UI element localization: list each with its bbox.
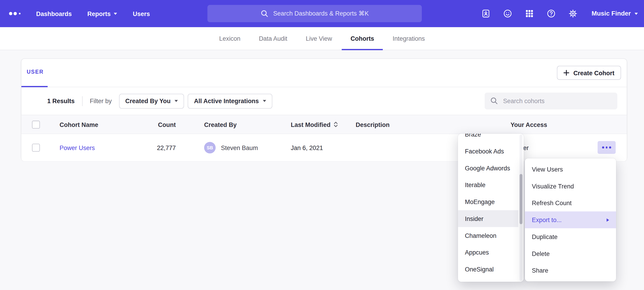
mixpanel-logo-icon[interactable] [9,12,20,15]
tab-integrations[interactable]: Integrations [392,27,425,50]
sort-icon [334,121,338,128]
avatar: SB [204,142,216,153]
submenu-arrow-icon [606,218,609,221]
contact-book-icon[interactable] [481,9,491,19]
menu-item-braze[interactable]: Braze [458,134,518,143]
app-viewport: Dashboards Reports Users Search Dashboar… [0,0,644,290]
menu-item-google-adwords[interactable]: Google Adwords [458,160,518,177]
cohort-name-link[interactable]: Power Users [60,144,95,151]
last-modified-date: Jan 6, 2021 [291,144,323,151]
menu-scrollbar-thumb[interactable] [520,174,522,224]
project-name: Music Finder [592,10,631,17]
tab-user-cohorts[interactable]: USER [27,69,44,75]
ellipsis-icon [602,147,604,149]
tab-data-audit[interactable]: Data Audit [259,27,287,50]
col-header-count: Count [132,121,176,128]
apps-grid-icon[interactable] [524,9,534,19]
project-selector[interactable]: Music Finder [592,10,638,17]
chevron-down-icon [175,100,178,102]
chevron-down-icon [263,100,266,102]
filter-row: 1 Results Filter by Created By You All A… [22,87,627,115]
nav-users[interactable]: Users [133,10,150,17]
divider [82,96,82,106]
global-search-input[interactable]: Search Dashboards & Reports ⌘K [207,5,422,22]
table-header-row: Cohort Name Count Created By Last Modifi… [22,115,627,134]
create-cohort-label: Create Cohort [574,69,614,76]
integrations-filter-dropdown[interactable]: All Active Integrations [188,94,272,108]
cohort-search-container [484,93,617,109]
table-row: Power Users 22,777 SB Steven Baum Jan 6,… [22,134,627,161]
cohort-search-input[interactable] [484,93,617,109]
creator-name: Steven Baum [221,144,258,151]
menu-item-view-users[interactable]: View Users [525,161,616,178]
menu-item-delete[interactable]: Delete [525,245,616,262]
cohorts-card-header: USER Create Cohort [22,59,627,87]
menu-item-export-to[interactable]: Export to... [525,211,616,228]
tab-lexicon[interactable]: Lexicon [219,27,240,50]
tab-label: Integrations [392,35,425,42]
menu-item-share[interactable]: Share [525,262,616,279]
menu-item-moengage[interactable]: MoEngage [458,193,518,210]
cohorts-card: USER Create Cohort 1 Results Filter by C… [22,59,627,160]
export-destinations-menu: Braze Facebook Ads Google Adwords Iterab… [458,134,524,282]
nav-reports-label: Reports [88,10,111,17]
created-by-filter-value: Created By You [125,97,170,104]
top-navbar: Dashboards Reports Users Search Dashboar… [0,0,644,27]
tab-label: Live View [306,35,332,42]
navbar-right: Music Finder [481,0,638,27]
nav-dashboards-label: Dashboards [36,10,72,17]
tab-cohorts[interactable]: Cohorts [350,27,374,50]
results-count: 1 Results [47,97,75,104]
integrations-filter-value: All Active Integrations [194,97,259,104]
menu-item-visualize-trend[interactable]: Visualize Trend [525,178,616,195]
nav-users-label: Users [133,10,150,17]
tab-live-view[interactable]: Live View [306,27,332,50]
col-header-your-access: Your Access [510,121,547,128]
chevron-down-icon [114,13,117,15]
created-by-filter-dropdown[interactable]: Created By You [119,94,184,108]
nav-dashboards[interactable]: Dashboards [36,10,72,17]
tab-label: Data Audit [259,35,287,42]
row-checkbox[interactable] [32,144,40,152]
search-icon [260,9,269,18]
cohort-count: 22,777 [132,144,176,151]
col-header-last-modified[interactable]: Last Modified [291,121,338,128]
menu-item-refresh-count[interactable]: Refresh Count [525,195,616,212]
tab-label: Cohorts [350,35,374,42]
feedback-smiley-icon[interactable] [503,9,513,19]
help-icon[interactable] [546,9,556,19]
col-header-cohort-name: Cohort Name [60,121,98,128]
chevron-down-icon [635,13,638,15]
section-tabbar: Lexicon Data Audit Live View Cohorts Int… [0,27,644,50]
col-header-description: Description [356,121,389,128]
tab-label: Lexicon [219,35,240,42]
row-actions-button[interactable] [598,141,616,154]
nav-reports[interactable]: Reports [88,10,118,17]
select-all-checkbox[interactable] [32,120,40,128]
navbar-left: Dashboards Reports Users [9,0,150,27]
menu-item-appcues[interactable]: Appcues [458,244,518,261]
create-cohort-button[interactable]: Create Cohort [557,66,621,80]
menu-item-iterable[interactable]: Iterable [458,177,518,194]
created-by-cell: SB Steven Baum [204,142,258,153]
menu-item-insider[interactable]: Insider [458,210,518,227]
filter-by-label: Filter by [90,97,112,104]
settings-gear-icon[interactable] [568,9,578,19]
menu-item-facebook-ads[interactable]: Facebook Ads [458,143,518,160]
col-header-created-by: Created By [204,121,236,128]
global-search-placeholder: Search Dashboards & Reports ⌘K [273,10,368,17]
plus-icon [564,70,569,76]
menu-item-duplicate[interactable]: Duplicate [525,228,616,245]
menu-item-onesignal[interactable]: OneSignal [458,261,518,278]
last-modified-label: Last Modified [291,121,330,128]
row-actions-menu: View Users Visualize Trend Refresh Count… [525,158,616,281]
menu-item-chameleon[interactable]: Chameleon [458,227,518,244]
